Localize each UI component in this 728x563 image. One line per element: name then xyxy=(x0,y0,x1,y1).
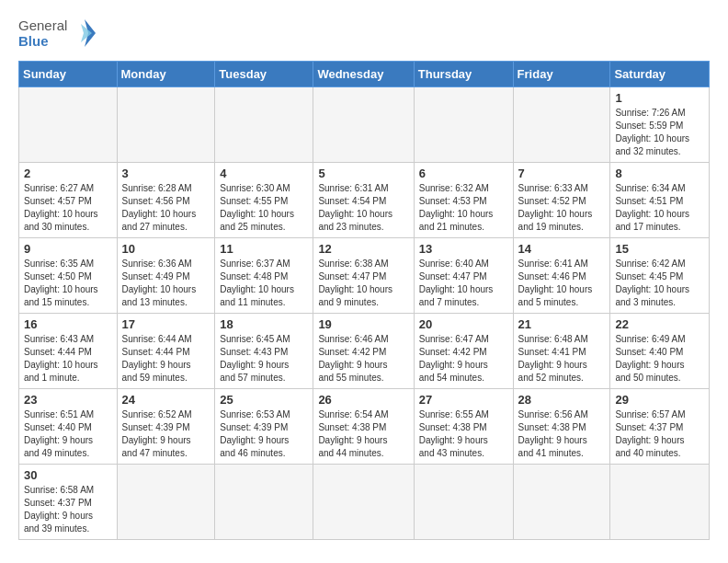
calendar-week-row: 1Sunrise: 7:26 AM Sunset: 5:59 PM Daylig… xyxy=(19,87,710,163)
day-number: 11 xyxy=(220,242,308,256)
header: General Blue xyxy=(18,15,710,52)
svg-text:General: General xyxy=(18,17,67,33)
day-info: Sunrise: 6:51 AM Sunset: 4:40 PM Dayligh… xyxy=(24,408,112,460)
calendar-header-sunday: Sunday xyxy=(19,62,118,87)
day-number: 15 xyxy=(615,242,704,256)
calendar-cell: 26Sunrise: 6:54 AM Sunset: 4:38 PM Dayli… xyxy=(313,389,414,465)
day-info: Sunrise: 6:56 AM Sunset: 4:38 PM Dayligh… xyxy=(518,408,606,460)
day-info: Sunrise: 6:45 AM Sunset: 4:43 PM Dayligh… xyxy=(220,333,308,385)
calendar-header-tuesday: Tuesday xyxy=(215,62,313,87)
calendar-cell: 30Sunrise: 6:58 AM Sunset: 4:37 PM Dayli… xyxy=(19,465,118,540)
logo: General Blue xyxy=(18,15,101,52)
calendar-cell xyxy=(414,87,513,163)
calendar-cell: 18Sunrise: 6:45 AM Sunset: 4:43 PM Dayli… xyxy=(215,314,313,389)
calendar-cell xyxy=(215,465,313,540)
day-info: Sunrise: 6:58 AM Sunset: 4:37 PM Dayligh… xyxy=(24,484,112,535)
day-number: 19 xyxy=(318,317,408,331)
day-number: 28 xyxy=(518,393,606,407)
page: General Blue SundayMondayTuesdayWednesda… xyxy=(0,0,728,558)
calendar-week-row: 30Sunrise: 6:58 AM Sunset: 4:37 PM Dayli… xyxy=(19,465,710,540)
day-info: Sunrise: 6:53 AM Sunset: 4:39 PM Dayligh… xyxy=(220,408,308,460)
day-number: 12 xyxy=(318,242,408,256)
calendar-cell: 1Sunrise: 7:26 AM Sunset: 5:59 PM Daylig… xyxy=(610,87,710,163)
calendar-cell: 9Sunrise: 6:35 AM Sunset: 4:50 PM Daylig… xyxy=(19,238,118,314)
day-number: 3 xyxy=(122,167,210,180)
calendar-cell xyxy=(513,465,610,540)
calendar-cell xyxy=(117,87,215,163)
day-number: 20 xyxy=(419,317,508,331)
day-info: Sunrise: 6:52 AM Sunset: 4:39 PM Dayligh… xyxy=(122,408,210,460)
calendar-week-row: 16Sunrise: 6:43 AM Sunset: 4:44 PM Dayli… xyxy=(19,314,710,389)
day-number: 30 xyxy=(24,468,112,482)
calendar-cell: 4Sunrise: 6:30 AM Sunset: 4:55 PM Daylig… xyxy=(215,163,313,238)
day-number: 24 xyxy=(122,393,210,407)
calendar-cell xyxy=(313,465,414,540)
day-number: 25 xyxy=(220,393,308,407)
day-number: 29 xyxy=(615,393,704,407)
day-info: Sunrise: 6:31 AM Sunset: 4:54 PM Dayligh… xyxy=(318,182,408,234)
calendar-cell: 29Sunrise: 6:57 AM Sunset: 4:37 PM Dayli… xyxy=(610,389,710,465)
day-number: 18 xyxy=(220,317,308,331)
day-info: Sunrise: 6:41 AM Sunset: 4:46 PM Dayligh… xyxy=(518,258,606,309)
day-info: Sunrise: 6:28 AM Sunset: 4:56 PM Dayligh… xyxy=(122,182,210,234)
calendar-cell xyxy=(313,87,414,163)
day-info: Sunrise: 6:43 AM Sunset: 4:44 PM Dayligh… xyxy=(24,333,112,385)
calendar-week-row: 23Sunrise: 6:51 AM Sunset: 4:40 PM Dayli… xyxy=(19,389,710,465)
day-number: 21 xyxy=(518,317,606,331)
day-info: Sunrise: 7:26 AM Sunset: 5:59 PM Dayligh… xyxy=(615,107,704,158)
day-info: Sunrise: 6:47 AM Sunset: 4:42 PM Dayligh… xyxy=(419,333,508,385)
calendar-cell: 23Sunrise: 6:51 AM Sunset: 4:40 PM Dayli… xyxy=(19,389,118,465)
day-info: Sunrise: 6:30 AM Sunset: 4:55 PM Dayligh… xyxy=(220,182,308,234)
calendar-cell: 22Sunrise: 6:49 AM Sunset: 4:40 PM Dayli… xyxy=(610,314,710,389)
day-info: Sunrise: 6:37 AM Sunset: 4:48 PM Dayligh… xyxy=(220,258,308,309)
calendar-cell: 10Sunrise: 6:36 AM Sunset: 4:49 PM Dayli… xyxy=(117,238,215,314)
calendar-cell: 6Sunrise: 6:32 AM Sunset: 4:53 PM Daylig… xyxy=(414,163,513,238)
calendar-header-saturday: Saturday xyxy=(610,62,710,87)
calendar-cell: 5Sunrise: 6:31 AM Sunset: 4:54 PM Daylig… xyxy=(313,163,414,238)
day-number: 26 xyxy=(318,393,408,407)
day-info: Sunrise: 6:49 AM Sunset: 4:40 PM Dayligh… xyxy=(615,333,704,385)
calendar-cell: 8Sunrise: 6:34 AM Sunset: 4:51 PM Daylig… xyxy=(610,163,710,238)
day-info: Sunrise: 6:36 AM Sunset: 4:49 PM Dayligh… xyxy=(122,258,210,309)
calendar-header-monday: Monday xyxy=(117,62,215,87)
calendar-cell xyxy=(610,465,710,540)
calendar-cell xyxy=(19,87,118,163)
day-number: 23 xyxy=(24,393,112,407)
day-info: Sunrise: 6:35 AM Sunset: 4:50 PM Dayligh… xyxy=(24,258,112,309)
day-info: Sunrise: 6:40 AM Sunset: 4:47 PM Dayligh… xyxy=(419,258,508,309)
day-number: 9 xyxy=(24,242,112,256)
svg-text:Blue: Blue xyxy=(18,33,49,49)
day-info: Sunrise: 6:46 AM Sunset: 4:42 PM Dayligh… xyxy=(318,333,408,385)
calendar-header-wednesday: Wednesday xyxy=(313,62,414,87)
day-info: Sunrise: 6:33 AM Sunset: 4:52 PM Dayligh… xyxy=(518,182,606,234)
day-number: 17 xyxy=(122,317,210,331)
calendar-cell: 12Sunrise: 6:38 AM Sunset: 4:47 PM Dayli… xyxy=(313,238,414,314)
day-number: 14 xyxy=(518,242,606,256)
calendar-cell: 28Sunrise: 6:56 AM Sunset: 4:38 PM Dayli… xyxy=(513,389,610,465)
calendar-header-row: SundayMondayTuesdayWednesdayThursdayFrid… xyxy=(19,62,710,87)
calendar-cell: 27Sunrise: 6:55 AM Sunset: 4:38 PM Dayli… xyxy=(414,389,513,465)
calendar-cell: 7Sunrise: 6:33 AM Sunset: 4:52 PM Daylig… xyxy=(513,163,610,238)
day-number: 6 xyxy=(419,167,508,180)
day-info: Sunrise: 6:54 AM Sunset: 4:38 PM Dayligh… xyxy=(318,408,408,460)
calendar-week-row: 9Sunrise: 6:35 AM Sunset: 4:50 PM Daylig… xyxy=(19,238,710,314)
calendar-cell: 16Sunrise: 6:43 AM Sunset: 4:44 PM Dayli… xyxy=(19,314,118,389)
day-number: 5 xyxy=(318,167,408,180)
day-info: Sunrise: 6:34 AM Sunset: 4:51 PM Dayligh… xyxy=(615,182,704,234)
calendar-cell: 13Sunrise: 6:40 AM Sunset: 4:47 PM Dayli… xyxy=(414,238,513,314)
day-number: 7 xyxy=(518,167,606,180)
calendar-cell: 25Sunrise: 6:53 AM Sunset: 4:39 PM Dayli… xyxy=(215,389,313,465)
day-number: 8 xyxy=(615,167,704,180)
calendar-cell: 14Sunrise: 6:41 AM Sunset: 4:46 PM Dayli… xyxy=(513,238,610,314)
calendar-cell: 11Sunrise: 6:37 AM Sunset: 4:48 PM Dayli… xyxy=(215,238,313,314)
calendar-cell xyxy=(513,87,610,163)
calendar-week-row: 2Sunrise: 6:27 AM Sunset: 4:57 PM Daylig… xyxy=(19,163,710,238)
day-number: 27 xyxy=(419,393,508,407)
calendar-cell: 20Sunrise: 6:47 AM Sunset: 4:42 PM Dayli… xyxy=(414,314,513,389)
day-number: 4 xyxy=(220,167,308,180)
day-number: 13 xyxy=(419,242,508,256)
day-info: Sunrise: 6:57 AM Sunset: 4:37 PM Dayligh… xyxy=(615,408,704,460)
calendar-cell: 24Sunrise: 6:52 AM Sunset: 4:39 PM Dayli… xyxy=(117,389,215,465)
day-info: Sunrise: 6:32 AM Sunset: 4:53 PM Dayligh… xyxy=(419,182,508,234)
day-number: 16 xyxy=(24,317,112,331)
